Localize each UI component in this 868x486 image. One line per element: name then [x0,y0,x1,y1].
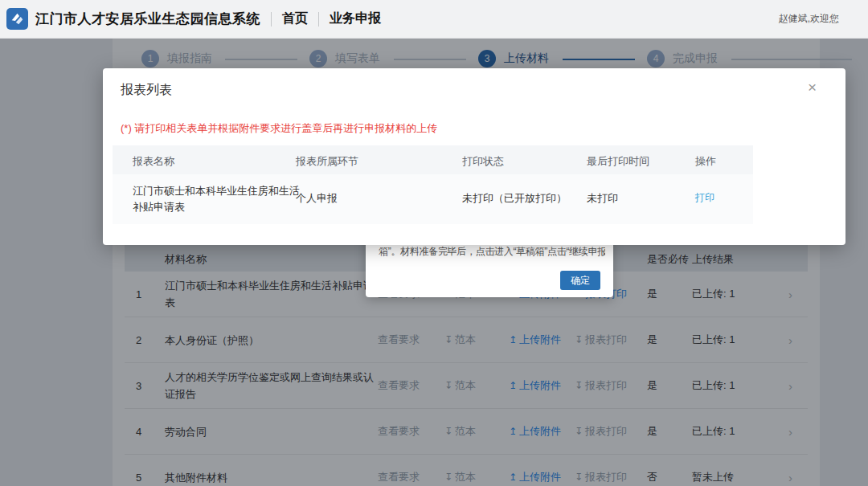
app-title: 江门市人才安居乐业生态园信息系统 [35,10,260,28]
nav-divider [318,12,319,27]
column-action: 操作 [695,154,716,169]
app-header: 江门市人才安居乐业生态园信息系统 首页 业务申报 赵健斌,欢迎您 [0,0,868,39]
report-stage: 个人申报 [296,191,338,206]
report-table-row: 江门市硕士和本科毕业生住房和生活补贴申请表 个人申报 未打印（已开放打印） 未打… [113,174,753,224]
column-report-name: 报表名称 [133,154,174,169]
column-report-stage: 报表所属环节 [296,154,358,169]
print-warning-text: (*) 请打印相关表单并根据附件要求进行盖章后再进行申报材料的上传 [121,121,437,136]
logo-icon [6,8,28,30]
last-print-time: 未打印 [587,191,618,206]
report-name: 江门市硕士和本科毕业生住房和生活补贴申请表 [133,183,303,215]
column-print-status: 打印状态 [462,154,504,169]
user-greeting: 赵健斌,欢迎您 [779,12,839,26]
report-table-header: 报表名称 报表所属环节 打印状态 最后打印时间 操作 [113,145,753,174]
nav-divider [271,12,272,27]
nav-item-business-declare[interactable]: 业务申报 [330,10,381,27]
print-action-link[interactable]: 打印 [695,191,714,205]
report-list-modal: 报表列表 × (*) 请打印相关表单并根据附件要求进行盖章后再进行申报材料的上传… [103,68,845,245]
print-status: 未打印（已开放打印） [462,191,567,206]
confirm-button[interactable]: 确定 [560,271,600,290]
notice-message: 箱”。材料准备完毕后，点击进入“草稿箱”点击“继续申报”即可。 [379,245,605,259]
column-last-print-time: 最后打印时间 [587,154,649,169]
modal-title: 报表列表 [121,82,172,99]
close-icon[interactable]: × [808,80,817,95]
nav-item-home[interactable]: 首页 [282,10,308,27]
